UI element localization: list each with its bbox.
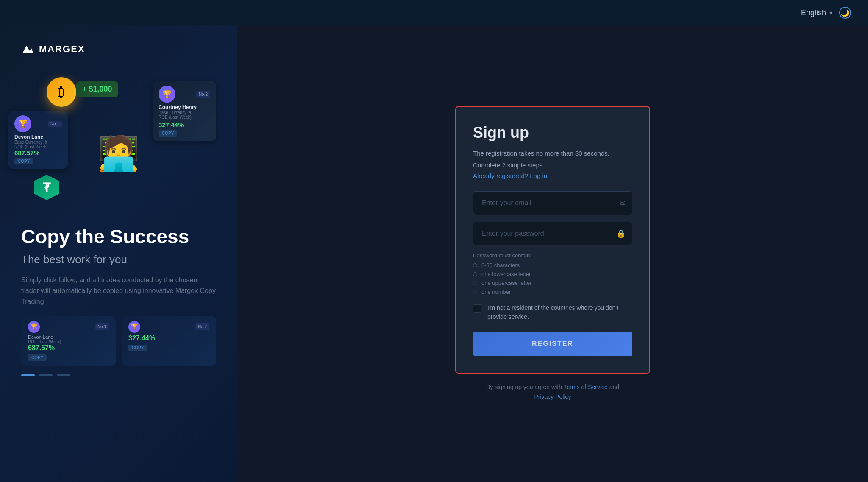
- bottom-name-1: Devon Lane: [28, 334, 109, 340]
- logo-icon: [21, 42, 35, 56]
- password-input-wrapper: 🔒: [473, 222, 632, 245]
- privacy-policy-link[interactable]: Privacy Policy: [534, 393, 571, 400]
- password-requirements: Password must contain: 8-30 characters o…: [473, 252, 632, 295]
- slider-dots: [21, 374, 216, 376]
- language-selector[interactable]: English ▾: [801, 8, 832, 17]
- dot-3[interactable]: [57, 374, 70, 376]
- terms-middle: and: [608, 384, 619, 390]
- trophy-icon-1: 🏆: [28, 321, 40, 333]
- bottom-no1: No.1: [95, 323, 109, 330]
- req-label-2: one lowercase letter: [481, 271, 531, 277]
- bottom-copy-btn-2[interactable]: COPY: [128, 345, 147, 351]
- language-label: English: [801, 8, 826, 17]
- req-label-4: one number: [481, 289, 511, 295]
- req-title: Password must contain:: [473, 252, 632, 259]
- bottom-roe-2: 327.44%: [128, 334, 209, 342]
- headline: Copy the Success: [21, 226, 216, 248]
- signup-desc-line2: Complete 2 simple steps.: [473, 160, 632, 170]
- password-input[interactable]: [473, 222, 632, 245]
- bitcoin-coin: ₿: [47, 77, 76, 107]
- terms-prefix: By signing up you agree with: [486, 384, 564, 390]
- devon-copy-btn[interactable]: COPY: [14, 158, 33, 164]
- bonus-amount: + $1,000: [82, 85, 112, 93]
- logo[interactable]: MARGEX: [21, 42, 216, 56]
- court-sub: Base Currency: ₿: [159, 110, 210, 115]
- devon-sub: Base Currency: ₿: [14, 140, 62, 145]
- resident-checkbox[interactable]: [473, 304, 481, 313]
- devon-lane-card: 🏆 No.1 Devon Lane Base Currency: ₿ ROE (…: [8, 111, 68, 169]
- chevron-down-icon: ▾: [829, 9, 832, 16]
- req-dot-4: [473, 290, 477, 294]
- terms-of-service-link[interactable]: Terms of Service: [564, 384, 608, 390]
- logo-text: MARGEX: [39, 44, 85, 55]
- req-item-3: one uppercase letter: [473, 280, 632, 286]
- req-dot-1: [473, 263, 477, 267]
- req-dot-2: [473, 272, 477, 276]
- resident-checkbox-group: I'm not a resident of the countries wher…: [473, 304, 632, 321]
- court-roe-label: ROE (Last Week): [159, 115, 210, 120]
- dark-mode-toggle[interactable]: 🌙: [839, 7, 851, 19]
- right-panel: Sign up The registration takes no more t…: [237, 25, 868, 482]
- subheadline: The best work for you: [21, 253, 216, 266]
- bottom-no2: No.2: [195, 323, 209, 330]
- no1-badge: No.1: [48, 121, 62, 127]
- bottom-cards-row: 🏆 No.1 Devon Lane ROE (Last Week) 687.57…: [21, 316, 216, 366]
- btc-symbol: ₿: [58, 84, 65, 100]
- devon-roe-value: 687.57%: [14, 149, 62, 156]
- signup-card: Sign up The registration takes no more t…: [455, 106, 650, 374]
- court-roe-value: 327.44%: [159, 121, 210, 128]
- dot-2[interactable]: [39, 374, 53, 376]
- req-dot-3: [473, 281, 477, 285]
- req-item-4: one number: [473, 289, 632, 295]
- court-name: Courtney Henry: [159, 104, 210, 110]
- left-text: Copy the Success The best work for you S…: [21, 226, 216, 307]
- court-henry-card: 🏆 No.2 Courtney Henry Base Currency: ₿ R…: [153, 81, 216, 141]
- trophy-icon: 🏆: [159, 86, 175, 103]
- bottom-roe-label-1: ROE (Last Week): [28, 340, 109, 344]
- bottom-roe-1: 687.57%: [28, 344, 109, 352]
- email-field-group: ✉: [473, 191, 632, 215]
- req-label-1: 8-30 characters: [481, 262, 520, 268]
- bottom-card-1: 🏆 No.1 Devon Lane ROE (Last Week) 687.57…: [21, 316, 116, 366]
- signup-desc-line1: The registration takes no more than 30 s…: [473, 148, 632, 159]
- bonus-card: + $1,000: [76, 81, 118, 97]
- bottom-copy-btn-1[interactable]: COPY: [28, 354, 47, 361]
- tether-symbol: ₮: [43, 181, 50, 195]
- password-field-group: 🔒: [473, 222, 632, 245]
- devon-roe-label: ROE (Last Week): [14, 145, 62, 149]
- signup-title: Sign up: [473, 124, 632, 142]
- description: Simply click follow, and all trades cond…: [21, 275, 216, 307]
- character: 🧑‍💻: [97, 137, 140, 170]
- lock-icon: 🔒: [616, 229, 626, 238]
- left-panel: MARGEX ₿ + $1,000 🏆 No.2 Courtney Henry …: [0, 25, 237, 482]
- trophy-icon-2: 🏆: [128, 321, 140, 333]
- terms-text: By signing up you agree with Terms of Se…: [486, 382, 619, 401]
- req-label-3: one uppercase letter: [481, 280, 532, 286]
- person-emoji: 🧑‍💻: [97, 137, 140, 170]
- illustration-area: ₿ + $1,000 🏆 No.2 Courtney Henry Base Cu…: [21, 69, 216, 213]
- email-input[interactable]: [473, 191, 632, 215]
- tether-hex: ₮: [34, 175, 59, 200]
- email-input-wrapper: ✉: [473, 191, 632, 215]
- bottom-card-2: 🏆 No.2 327.44% COPY: [122, 316, 216, 366]
- req-item-2: one lowercase letter: [473, 271, 632, 277]
- devon-name: Devon Lane: [14, 134, 62, 140]
- resident-label: I'm not a resident of the countries wher…: [487, 304, 632, 321]
- devon-trophy-icon: 🏆: [14, 115, 31, 132]
- no2-badge: No.2: [196, 91, 210, 98]
- dot-1[interactable]: [21, 374, 35, 376]
- topbar: English ▾ 🌙: [0, 0, 868, 25]
- court-copy-btn[interactable]: COPY: [159, 130, 177, 137]
- login-link[interactable]: Already registered? Log in: [473, 172, 547, 179]
- email-icon: ✉: [619, 198, 626, 208]
- register-button[interactable]: REGISTER: [473, 332, 632, 356]
- main-layout: MARGEX ₿ + $1,000 🏆 No.2 Courtney Henry …: [0, 25, 868, 482]
- req-item-1: 8-30 characters: [473, 262, 632, 268]
